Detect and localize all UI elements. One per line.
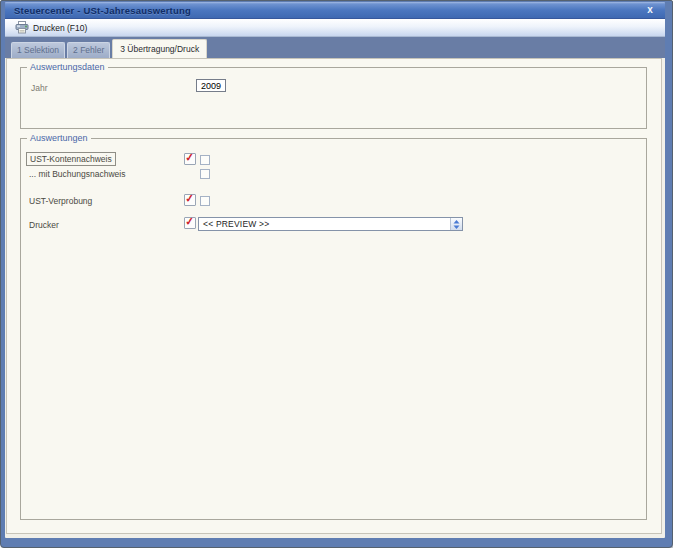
- tab-uebertragung-druck[interactable]: 3 Übertragung/Druck: [112, 39, 207, 58]
- buchungsnachweis-checkbox[interactable]: [200, 169, 210, 179]
- printer-icon: [15, 21, 29, 34]
- groupbox-auswertungen-legend: Auswertungen: [27, 133, 91, 143]
- groupbox-auswertungsdaten: Auswertungsdaten Jahr: [20, 67, 647, 129]
- title-bar: Steuercenter - USt-Jahresauswertung x: [5, 2, 665, 19]
- groupbox-auswertungen: Auswertungen UST-Kontennachweis ✓ ... mi…: [20, 138, 647, 520]
- drucker-combobox-value: << PREVIEW >>: [199, 219, 450, 229]
- drucker-label: Drucker: [29, 220, 59, 230]
- groupbox-auswertungsdaten-legend: Auswertungsdaten: [27, 62, 108, 72]
- kontennachweis-selected-icon[interactable]: ✓: [184, 153, 196, 165]
- jahr-input[interactable]: [196, 79, 226, 92]
- check-icon: ✓: [184, 192, 194, 205]
- jahr-label: Jahr: [31, 83, 48, 93]
- content-area: Auswertungsdaten Jahr Auswertungen UST-K…: [5, 58, 665, 538]
- close-icon[interactable]: x: [643, 3, 657, 17]
- drucker-combobox[interactable]: << PREVIEW >>: [198, 217, 463, 231]
- verprobung-selected-icon[interactable]: ✓: [184, 194, 196, 206]
- app-window: Steuercenter - USt-Jahresauswertung x: [0, 0, 673, 548]
- check-icon: ✓: [184, 215, 194, 228]
- buchungsnachweis-label: ... mit Buchungsnachweis: [29, 169, 125, 179]
- verprobung-checkbox[interactable]: [200, 196, 210, 206]
- tab-strip: 1 Selektion 2 Fehler 3 Übertragung/Druck: [5, 37, 665, 58]
- check-icon: ✓: [184, 151, 194, 164]
- up-down-arrows-icon: [453, 220, 460, 229]
- kontennachweis-label: UST-Kontennachweis: [26, 152, 116, 166]
- tab-page: Auswertungsdaten Jahr Auswertungen UST-K…: [6, 58, 662, 534]
- toolbar: Drucken (F10): [5, 19, 665, 37]
- tab-selektion[interactable]: 1 Selektion: [11, 42, 65, 58]
- combobox-dropdown-button[interactable]: [450, 218, 462, 230]
- drucker-selected-icon[interactable]: ✓: [184, 217, 196, 229]
- print-button[interactable]: Drucken (F10): [11, 20, 91, 36]
- window-title: Steuercenter - USt-Jahresauswertung: [14, 2, 191, 19]
- tab-fehler[interactable]: 2 Fehler: [67, 42, 110, 58]
- verprobung-label: UST-Verprobung: [29, 196, 92, 206]
- print-button-label: Drucken (F10): [33, 23, 87, 33]
- kontennachweis-checkbox[interactable]: [200, 155, 210, 165]
